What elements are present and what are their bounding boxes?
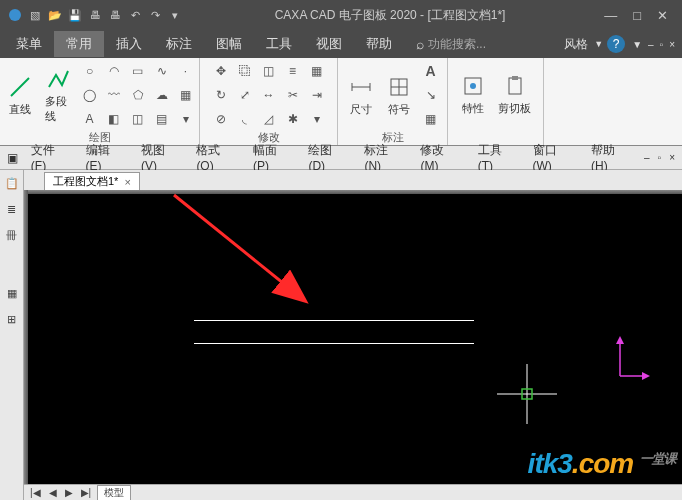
ribbon-tabs: 菜单 常用 插入 标注 图幅 工具 视图 帮助 ⌕ 功能搜索... 风格 ▼ ?… (0, 30, 682, 58)
tab-annotate[interactable]: 标注 (154, 31, 204, 57)
mdi-close-icon[interactable]: × (666, 152, 678, 163)
scale-icon[interactable]: ⤢ (234, 84, 256, 106)
undo-icon[interactable]: ↶ (128, 8, 142, 22)
extend-icon[interactable]: ⇥ (306, 84, 328, 106)
print-icon[interactable]: 🖶 (88, 8, 102, 22)
tab-insert[interactable]: 插入 (104, 31, 154, 57)
tab-common[interactable]: 常用 (54, 31, 104, 57)
hatch-icon[interactable]: ▦ (175, 84, 197, 106)
svg-marker-17 (642, 372, 650, 380)
ellipse-icon[interactable]: ◯ (79, 84, 101, 106)
spline-icon[interactable]: ∿ (151, 60, 173, 82)
tab-tools[interactable]: 工具 (254, 31, 304, 57)
chamfer-icon[interactable]: ◿ (258, 108, 280, 130)
doc-close-icon[interactable]: × (666, 39, 678, 50)
redo-icon[interactable]: ↷ (148, 8, 162, 22)
rotate-icon[interactable]: ↻ (210, 84, 232, 106)
table-icon[interactable]: ▤ (151, 108, 173, 130)
open-icon[interactable]: 📂 (48, 8, 62, 22)
drawing-canvas[interactable]: itk3.com 一堂课 (24, 190, 682, 484)
polygon-icon[interactable]: ⬠ (127, 84, 149, 106)
point-icon[interactable]: · (175, 60, 197, 82)
print2-icon[interactable]: 🖶 (108, 8, 122, 22)
model-tab[interactable]: 模型 (97, 485, 131, 501)
search-label[interactable]: 功能搜索... (424, 36, 486, 53)
block-icon[interactable]: ◫ (127, 108, 149, 130)
classic-menubar: ▣ 文件(F) 编辑(E) 视图(V) 格式(O) 幅面(P) 绘图(D) 标注… (0, 146, 682, 170)
line-object[interactable] (194, 320, 474, 321)
qat-dropdown-icon[interactable]: ▾ (168, 8, 182, 22)
palette-blocks-icon[interactable]: ▦ (3, 284, 21, 302)
save-icon[interactable]: 💾 (68, 8, 82, 22)
nav-first-icon[interactable]: |◀ (28, 487, 43, 498)
text-icon[interactable]: A (79, 108, 101, 130)
document-area: 📋 ≣ 冊 ▦ ⊞ 工程图文档1* × (0, 170, 682, 500)
leader-icon[interactable]: ↘ (420, 84, 442, 106)
minimize-button[interactable]: — (604, 8, 617, 23)
tab-view[interactable]: 视图 (304, 31, 354, 57)
svg-rect-10 (509, 78, 521, 94)
help-dropdown-icon[interactable]: ▼ (629, 39, 645, 50)
offset-icon[interactable]: ≡ (282, 60, 304, 82)
stretch-icon[interactable]: ↔ (258, 84, 280, 106)
dimension-button[interactable]: 尺寸 (344, 72, 378, 119)
document-tab-close-icon[interactable]: × (124, 176, 130, 188)
nav-last-icon[interactable]: ▶| (79, 487, 94, 498)
symbol-button[interactable]: 符号 (382, 72, 416, 119)
doc-minimize-icon[interactable]: – (645, 39, 657, 50)
circle-icon[interactable]: ○ (79, 60, 101, 82)
palette-layers-icon[interactable]: ≣ (3, 200, 21, 218)
ribbon-panel-draw: 直线 多段线 ○ ◠ ▭ ∿ · ◯ 〰 ⬠ ☁ ▦ A (0, 58, 200, 145)
window-controls: — □ ✕ (590, 8, 682, 23)
app-menu-icon[interactable]: ▣ (4, 151, 21, 165)
tab-menu[interactable]: 菜单 (4, 31, 54, 57)
nav-next-icon[interactable]: ▶ (63, 487, 75, 498)
break-icon[interactable]: ⊘ (210, 108, 232, 130)
text-annot-icon[interactable]: A (420, 60, 442, 82)
rect-icon[interactable]: ▭ (127, 60, 149, 82)
curve-icon[interactable]: 〰 (103, 84, 125, 106)
app-icon (8, 8, 22, 22)
fillet-icon[interactable]: ◟ (234, 108, 256, 130)
more-draw-icon[interactable]: ▾ (175, 108, 197, 130)
style-dropdown-icon[interactable]: ▼ (594, 39, 603, 49)
ribbon-panel-props: 特性 剪切板 (448, 58, 544, 145)
annotation-arrow (164, 190, 324, 320)
tab-help[interactable]: 帮助 (354, 31, 404, 57)
document-tab[interactable]: 工程图文档1* × (44, 172, 140, 190)
mirror-icon[interactable]: ◫ (258, 60, 280, 82)
help-icon[interactable]: ? (607, 35, 625, 53)
nav-prev-icon[interactable]: ◀ (47, 487, 59, 498)
more-modify-icon[interactable]: ▾ (306, 108, 328, 130)
search-icon[interactable]: ⌕ (416, 36, 424, 52)
palette-xref-icon[interactable]: ⊞ (3, 310, 21, 328)
trim-icon[interactable]: ✂ (282, 84, 304, 106)
maximize-button[interactable]: □ (633, 8, 641, 23)
palette-grid-icon[interactable]: 冊 (3, 226, 21, 244)
line-object[interactable] (194, 343, 474, 344)
line-button[interactable]: 直线 (3, 72, 37, 119)
properties-button[interactable]: 特性 (456, 71, 490, 118)
dimension-icon (348, 74, 374, 100)
close-button[interactable]: ✕ (657, 8, 668, 23)
mdi-restore-icon[interactable]: ▫ (655, 152, 665, 163)
properties-icon (460, 73, 486, 99)
table-annot-icon[interactable]: ▦ (420, 108, 442, 130)
arc-icon[interactable]: ◠ (103, 60, 125, 82)
explode-icon[interactable]: ✱ (282, 108, 304, 130)
cloud-icon[interactable]: ☁ (151, 84, 173, 106)
style-label[interactable]: 风格 (564, 36, 594, 53)
tab-sheet[interactable]: 图幅 (204, 31, 254, 57)
new-icon[interactable]: ▧ (28, 8, 42, 22)
move-icon[interactable]: ✥ (210, 60, 232, 82)
doc-restore-icon[interactable]: ▫ (657, 39, 667, 50)
polyline-button[interactable]: 多段线 (41, 64, 75, 126)
ribbon-panel-modify: ✥ ⿻ ◫ ≡ ▦ ↻ ⤢ ↔ ✂ ⇥ ⊘ ◟ ◿ ✱ ▾ 修改 (200, 58, 338, 145)
fill-icon[interactable]: ◧ (103, 108, 125, 130)
clipboard-button[interactable]: 剪切板 (494, 71, 535, 118)
mdi-minimize-icon[interactable]: – (641, 152, 653, 163)
palette-props-icon[interactable]: 📋 (3, 174, 21, 192)
document-tabs: 工程图文档1* × (24, 170, 682, 190)
array-icon[interactable]: ▦ (306, 60, 328, 82)
copy-icon[interactable]: ⿻ (234, 60, 256, 82)
